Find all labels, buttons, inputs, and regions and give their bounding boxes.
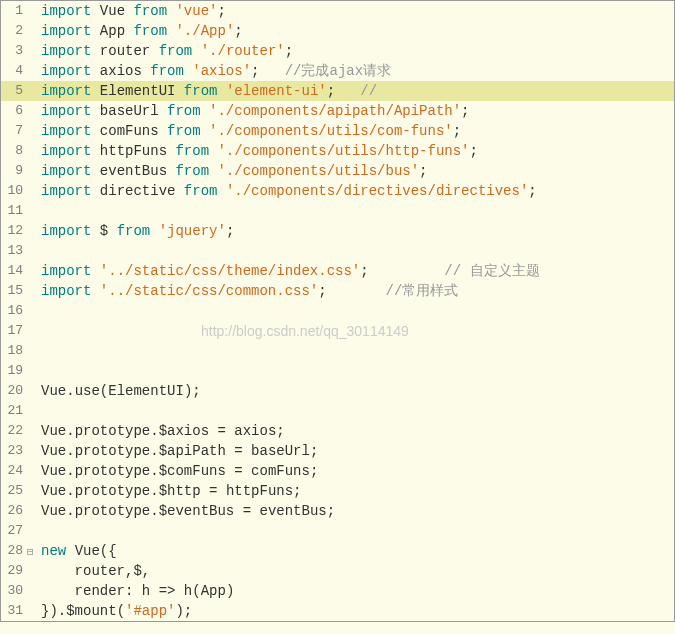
code-content[interactable]: Vue.prototype.$http = httpFuns;	[41, 481, 302, 501]
code-line[interactable]: 8import httpFuns from './components/util…	[1, 141, 674, 161]
line-number: 24	[1, 461, 27, 481]
fold-gutter	[27, 421, 41, 441]
code-line[interactable]: 19	[1, 361, 674, 381]
line-number: 7	[1, 121, 27, 141]
line-number: 19	[1, 361, 27, 381]
watermark-text: http://blog.csdn.net/qq_30114149	[201, 321, 409, 341]
code-line[interactable]: 2import App from './App';	[1, 21, 674, 41]
fold-gutter	[27, 61, 41, 81]
code-line[interactable]: 12import $ from 'jquery';	[1, 221, 674, 241]
code-content[interactable]: import '../static/css/common.css'; //常用样…	[41, 281, 458, 301]
code-line[interactable]: 20Vue.use(ElementUI);	[1, 381, 674, 401]
line-number: 27	[1, 521, 27, 541]
line-number: 26	[1, 501, 27, 521]
code-line[interactable]: 28new Vue({	[1, 541, 674, 561]
line-number: 6	[1, 101, 27, 121]
line-number: 14	[1, 261, 27, 281]
code-line[interactable]: 4import axios from 'axios'; //完成ajax请求	[1, 61, 674, 81]
code-content[interactable]: import baseUrl from './components/apipat…	[41, 101, 470, 121]
fold-gutter	[27, 581, 41, 601]
code-line[interactable]: 31}).$mount('#app');	[1, 601, 674, 621]
line-number: 1	[1, 1, 27, 21]
code-line[interactable]: 10import directive from './components/di…	[1, 181, 674, 201]
fold-gutter	[27, 301, 41, 321]
code-line[interactable]: 27	[1, 521, 674, 541]
fold-gutter	[27, 341, 41, 361]
fold-gutter	[27, 221, 41, 241]
code-content[interactable]: import '../static/css/theme/index.css'; …	[41, 261, 540, 281]
code-content[interactable]: render: h => h(App)	[41, 581, 234, 601]
code-content[interactable]: }).$mount('#app');	[41, 601, 192, 621]
line-number: 10	[1, 181, 27, 201]
line-number: 21	[1, 401, 27, 421]
code-line[interactable]: 1import Vue from 'vue';	[1, 1, 674, 21]
fold-gutter	[27, 141, 41, 161]
fold-gutter	[27, 441, 41, 461]
fold-gutter	[27, 81, 41, 101]
code-content[interactable]: import Vue from 'vue';	[41, 1, 226, 21]
line-number: 17	[1, 321, 27, 341]
line-number: 30	[1, 581, 27, 601]
fold-gutter	[27, 161, 41, 181]
fold-gutter	[27, 561, 41, 581]
code-line[interactable]: 26Vue.prototype.$eventBus = eventBus;	[1, 501, 674, 521]
line-number: 12	[1, 221, 27, 241]
code-line[interactable]: 15import '../static/css/common.css'; //常…	[1, 281, 674, 301]
code-line[interactable]: 5import ElementUI from 'element-ui'; //	[1, 81, 674, 101]
fold-gutter	[27, 381, 41, 401]
fold-gutter	[27, 21, 41, 41]
code-line[interactable]: 17http://blog.csdn.net/qq_30114149	[1, 321, 674, 341]
code-content[interactable]: router,$,	[41, 561, 150, 581]
fold-gutter	[27, 521, 41, 541]
code-line[interactable]: 16	[1, 301, 674, 321]
code-line[interactable]: 25Vue.prototype.$http = httpFuns;	[1, 481, 674, 501]
code-line[interactable]: 29 router,$,	[1, 561, 674, 581]
code-content[interactable]: new Vue({	[41, 541, 117, 561]
code-content[interactable]: Vue.use(ElementUI);	[41, 381, 201, 401]
code-content[interactable]: import directive from './components/dire…	[41, 181, 537, 201]
line-number: 2	[1, 21, 27, 41]
code-line[interactable]: 6import baseUrl from './components/apipa…	[1, 101, 674, 121]
code-line[interactable]: 11	[1, 201, 674, 221]
line-number: 31	[1, 601, 27, 621]
code-line[interactable]: 9import eventBus from './components/util…	[1, 161, 674, 181]
code-content[interactable]: import comFuns from './components/utils/…	[41, 121, 461, 141]
fold-gutter	[27, 241, 41, 261]
code-line[interactable]: 7import comFuns from './components/utils…	[1, 121, 674, 141]
code-line[interactable]: 21	[1, 401, 674, 421]
line-number: 15	[1, 281, 27, 301]
code-content[interactable]: import httpFuns from './components/utils…	[41, 141, 478, 161]
code-line[interactable]: 13	[1, 241, 674, 261]
code-line[interactable]: 23Vue.prototype.$apiPath = baseUrl;	[1, 441, 674, 461]
code-content[interactable]: import $ from 'jquery';	[41, 221, 234, 241]
fold-gutter	[27, 261, 41, 281]
fold-gutter	[27, 1, 41, 21]
fold-gutter	[27, 501, 41, 521]
code-content[interactable]: import App from './App';	[41, 21, 243, 41]
line-number: 13	[1, 241, 27, 261]
line-number: 22	[1, 421, 27, 441]
code-content[interactable]: Vue.prototype.$eventBus = eventBus;	[41, 501, 335, 521]
code-line[interactable]: 30 render: h => h(App)	[1, 581, 674, 601]
code-content[interactable]: Vue.prototype.$axios = axios;	[41, 421, 285, 441]
code-content[interactable]: import axios from 'axios'; //完成ajax请求	[41, 61, 391, 81]
code-content[interactable]: import router from './router';	[41, 41, 293, 61]
line-number: 5	[1, 81, 27, 101]
code-line[interactable]: 24Vue.prototype.$comFuns = comFuns;	[1, 461, 674, 481]
code-content[interactable]: import eventBus from './components/utils…	[41, 161, 428, 181]
line-number: 3	[1, 41, 27, 61]
code-content[interactable]: Vue.prototype.$apiPath = baseUrl;	[41, 441, 318, 461]
line-number: 29	[1, 561, 27, 581]
fold-gutter	[27, 181, 41, 201]
code-editor[interactable]: 1import Vue from 'vue';2import App from …	[1, 1, 674, 621]
line-number: 28	[1, 541, 27, 561]
fold-gutter[interactable]	[27, 541, 41, 561]
code-line[interactable]: 14import '../static/css/theme/index.css'…	[1, 261, 674, 281]
line-number: 11	[1, 201, 27, 221]
code-line[interactable]: 3import router from './router';	[1, 41, 674, 61]
code-content[interactable]: import ElementUI from 'element-ui'; //	[41, 81, 377, 101]
code-content[interactable]: Vue.prototype.$comFuns = comFuns;	[41, 461, 318, 481]
code-line[interactable]: 22Vue.prototype.$axios = axios;	[1, 421, 674, 441]
code-line[interactable]: 18	[1, 341, 674, 361]
fold-gutter	[27, 461, 41, 481]
